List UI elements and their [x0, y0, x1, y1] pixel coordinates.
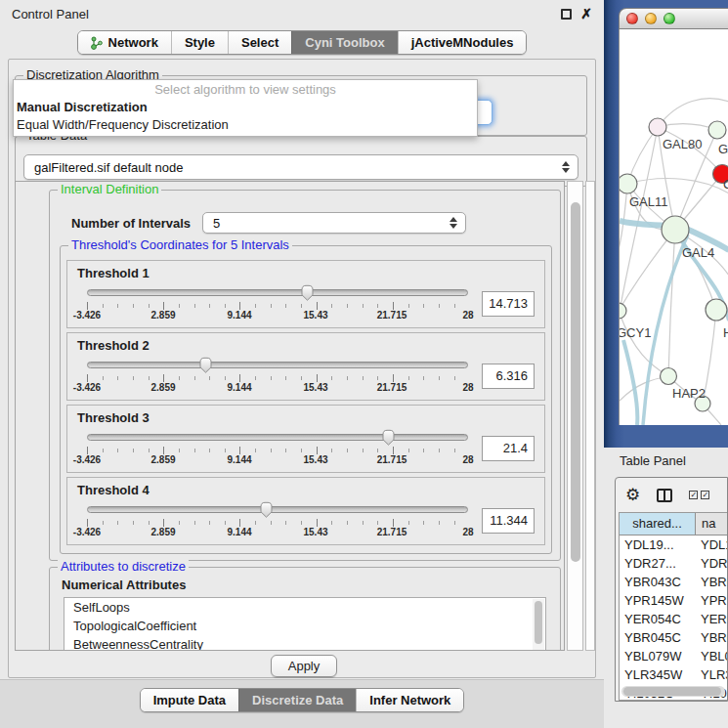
threshold-value-field[interactable]: 11.344: [482, 508, 535, 534]
gear-icon[interactable]: ⚙: [625, 487, 640, 503]
threshold-value-field[interactable]: 14.713: [482, 291, 535, 317]
tab-label: Discretize Data: [252, 693, 343, 707]
dropdown-option-manual[interactable]: Manual Discretization: [14, 99, 477, 116]
slider-thumb[interactable]: [197, 357, 214, 373]
bottom-tab-discretize-data[interactable]: Discretize Data: [238, 689, 356, 711]
group-title: Interval Definition: [58, 183, 161, 196]
scale-label: 28: [462, 310, 473, 321]
threshold-block-1: Threshold 1 -3.4262.8599.14415.4: [66, 260, 545, 328]
scale-label: 2.859: [150, 454, 175, 465]
scale-label: 9.144: [227, 454, 251, 465]
table-panel-title: Table Panel: [604, 448, 728, 474]
bottom-tab-impute-data[interactable]: Impute Data: [141, 689, 238, 711]
slider-track[interactable]: [87, 506, 468, 513]
scale-label: 15.43: [303, 527, 327, 537]
horizontal-scrollbar[interactable]: [621, 686, 725, 697]
table-row[interactable]: YLR345WYLR3: [620, 665, 727, 684]
close-icon[interactable]: ✗: [580, 7, 592, 21]
scale-label: 21.715: [377, 454, 407, 465]
column-header-shared-name[interactable]: shared...: [620, 513, 696, 535]
minimize-traffic-light-icon[interactable]: [645, 13, 657, 24]
threshold-label: Threshold 2: [77, 338, 535, 353]
slider-track[interactable]: [87, 289, 468, 296]
bottom-tab-bar: Impute DataDiscretize DataInfer Network: [0, 679, 604, 728]
table-row[interactable]: YBL079WYBL0: [620, 647, 727, 665]
close-traffic-light-icon[interactable]: [626, 13, 638, 24]
threshold-label: Threshold 3: [77, 410, 535, 425]
scale-label: 15.43: [303, 382, 327, 393]
table-row[interactable]: YER054CYER0: [620, 610, 727, 628]
threshold-slider[interactable]: [87, 357, 468, 373]
tab-style[interactable]: Style: [171, 31, 228, 54]
combo-value: 5: [213, 216, 220, 231]
threshold-slider[interactable]: [87, 429, 468, 446]
tab-jactivemnodules[interactable]: jActiveMNodules: [398, 31, 527, 54]
cell-name: YDL1: [696, 535, 727, 554]
list-scrollbar[interactable]: [533, 599, 544, 651]
table-row[interactable]: YPR145WYPR1: [620, 591, 727, 610]
number-of-intervals-combobox[interactable]: 5: [202, 212, 466, 234]
column-header-name[interactable]: na: [696, 513, 727, 535]
dropdown-option-equal-width[interactable]: Equal Width/Frequency Discretization: [14, 116, 477, 134]
threshold-label: Threshold 1: [77, 266, 535, 280]
network-window-titlebar[interactable]: [619, 8, 728, 29]
table-row[interactable]: YBR045CYBR0: [620, 628, 727, 647]
scale-label: -3.426: [73, 382, 101, 393]
tab-label: Infer Network: [369, 693, 450, 707]
table-data-group: Table Data galFiltered.sif default node: [15, 136, 587, 187]
slider-scale: -3.4262.8599.14415.4321.71528: [87, 382, 468, 395]
list-item[interactable]: SelfLoops: [64, 598, 545, 617]
threshold-slider[interactable]: [87, 501, 468, 518]
slider-thumb[interactable]: [258, 501, 275, 518]
node-label: GAL4: [682, 245, 714, 260]
node-label: GA: [718, 142, 728, 156]
attributes-to-discretize-group: Attributes to discretize Numerical Attri…: [49, 567, 561, 651]
node-label: HAP2: [672, 386, 706, 401]
threshold-slider[interactable]: [87, 284, 468, 301]
numerical-attributes-list[interactable]: SelfLoopsTopologicalCoefficientBetweenne…: [64, 597, 546, 651]
network-canvas[interactable]: GAL80 GA C GAL11 GAL4 GCY1 H HAP2: [619, 29, 728, 425]
slider-thumb[interactable]: [380, 429, 397, 446]
interval-definition-group: Interval Definition Number of Intervals …: [49, 190, 561, 561]
table-panel: Table Panel ⚙ ✓✓ shared... na YDL19...YD…: [604, 448, 728, 728]
threshold-coordinates-group: Threshold's Coordinates for 5 Intervals …: [60, 245, 552, 554]
node-label: H: [723, 325, 728, 340]
list-item[interactable]: BetweennessCentrality: [64, 635, 545, 651]
vertical-scrollbar[interactable]: [567, 181, 583, 651]
slider-track[interactable]: [87, 434, 468, 441]
stepper-arrows-icon: [562, 161, 570, 173]
float-window-icon[interactable]: [561, 9, 572, 20]
slider-track[interactable]: [87, 362, 468, 368]
tab-select[interactable]: Select: [228, 31, 291, 54]
cell-shared-name: YDR27...: [620, 554, 696, 573]
stepper-arrows-icon: [450, 217, 457, 229]
network-view-window: GAL80 GA C GAL11 GAL4 GCY1 H HAP2: [619, 8, 728, 425]
threshold-value-field[interactable]: 21.4: [482, 436, 535, 461]
control-panel: Control Panel ✗ NetworkStyleSelectCyni T…: [0, 0, 604, 728]
outer-vertical-scrollbar[interactable]: [585, 181, 595, 651]
bottom-tab-infer-network[interactable]: Infer Network: [356, 689, 463, 711]
cell-name: YER0: [696, 610, 727, 628]
slider-thumb[interactable]: [299, 284, 316, 301]
tab-network[interactable]: Network: [78, 31, 171, 54]
list-item[interactable]: TopologicalCoefficient: [64, 617, 545, 635]
threshold-value-field[interactable]: 6.316: [482, 364, 535, 389]
apply-button[interactable]: Apply: [271, 655, 337, 677]
scale-label: 21.715: [377, 382, 407, 393]
table-row[interactable]: YDR27...YDR2: [620, 554, 727, 573]
tab-label: jActiveMNodules: [411, 35, 514, 50]
cell-name: YBL0: [696, 647, 727, 665]
settings-scroll-viewport: Interval Definition Number of Intervals …: [15, 181, 565, 651]
cell-name: YBR0: [696, 628, 727, 647]
cell-shared-name: YPR145W: [620, 591, 696, 610]
table-data-combobox[interactable]: galFiltered.sif default node: [23, 154, 578, 180]
zoom-traffic-light-icon[interactable]: [664, 13, 675, 24]
select-columns-icon[interactable]: ✓✓: [689, 491, 709, 499]
tab-cyni-toolbox[interactable]: Cyni Toolbox: [291, 31, 397, 54]
node-table: shared... na YDL19...YDL1YDR27...YDR2YBR…: [619, 512, 727, 701]
table-row[interactable]: YBR043CYBR0: [620, 573, 727, 591]
scale-label: 2.859: [150, 382, 175, 393]
scale-label: 15.43: [303, 310, 327, 321]
table-row[interactable]: YDL19...YDL1: [620, 535, 727, 554]
split-columns-icon[interactable]: [657, 489, 672, 502]
